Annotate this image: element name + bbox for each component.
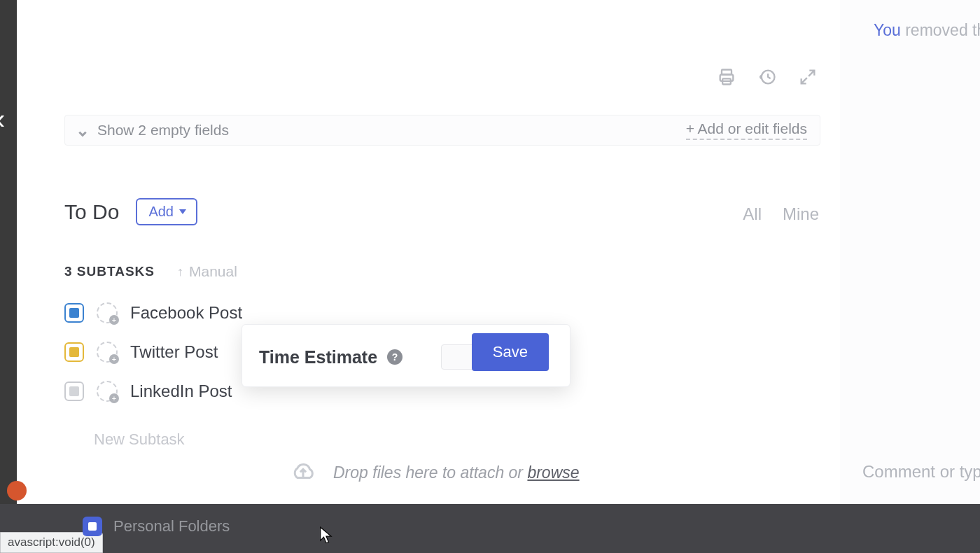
subtask-item[interactable]: + Facebook Post [64,302,242,323]
chevron-down-icon [78,125,88,135]
time-estimate-label: Time Estimate [259,347,377,368]
activity-user: You [874,21,901,39]
filter-all[interactable]: All [743,204,762,224]
add-button[interactable]: Add [136,198,197,225]
todo-header: To Do Add [64,198,197,225]
close-icon[interactable]: ‹ [0,104,5,135]
filter-tabs: All Mine [743,204,819,224]
help-icon[interactable]: ? [387,349,402,365]
subtask-list: + Facebook Post + Twitter Post + LinkedI… [64,302,242,402]
custom-fields-bar: Show 2 empty fields + Add or edit fields [64,115,820,146]
add-button-label: Add [148,204,174,220]
personal-folders-tray[interactable]: Personal Folders [83,517,230,536]
task-panel: Show 2 empty fields + Add or edit fields… [17,0,840,504]
subtask-name: LinkedIn Post [130,382,232,401]
sort-dropdown[interactable]: ↑ Manual [177,263,237,280]
activity-entry: You removed th [874,21,980,40]
status-checkbox[interactable] [64,303,84,323]
assignee-picker[interactable]: + [97,342,118,363]
add-edit-fields-link[interactable]: + Add or edit fields [686,120,807,140]
filter-mine[interactable]: Mine [783,204,819,224]
arrow-up-icon: ↑ [177,265,183,279]
sort-label: Manual [189,263,237,280]
status-checkbox[interactable] [64,342,84,362]
comment-input[interactable]: Comment or typ [862,462,980,482]
show-empty-fields-toggle[interactable]: Show 2 empty fields [78,122,229,139]
plus-icon: + [109,393,119,403]
top-actions [715,66,819,88]
attach-text: Drop files here to attach or browse [333,463,580,482]
subtasks-count: 3 SUBTASKS [64,264,155,279]
attachment-dropzone[interactable]: Drop files here to attach or browse [290,459,580,486]
subtask-item[interactable]: + Twitter Post [64,342,242,363]
section-title: To Do [64,200,119,224]
presence-dot [7,481,27,500]
activity-sidebar [840,0,980,504]
history-icon[interactable] [756,66,778,88]
plus-icon: + [109,315,119,325]
assignee-picker[interactable]: + [97,381,118,402]
folder-icon [83,517,102,536]
subtask-name: Facebook Post [130,303,242,323]
subtask-name: Twitter Post [130,342,218,362]
print-icon[interactable] [715,66,738,88]
subtask-item[interactable]: + LinkedIn Post [64,381,242,402]
assignee-picker[interactable]: + [97,302,118,323]
save-button[interactable]: Save [472,333,549,371]
new-subtask-input[interactable]: New Subtask [94,430,185,449]
browse-link[interactable]: browse [527,463,579,482]
cloud-upload-icon [290,459,316,486]
mouse-cursor [319,526,333,547]
plus-icon: + [109,354,119,364]
subtasks-meta: 3 SUBTASKS ↑ Manual [64,263,237,280]
show-empty-fields-label: Show 2 empty fields [97,122,229,139]
activity-text: removed th [901,21,980,39]
personal-folders-label: Personal Folders [113,517,230,536]
caret-down-icon [179,209,186,214]
time-estimate-popover: Time Estimate ? ? Save [241,324,570,387]
attach-prefix: Drop files here to attach or [333,463,527,482]
status-checkbox[interactable] [64,382,84,401]
expand-icon[interactable] [797,66,819,88]
